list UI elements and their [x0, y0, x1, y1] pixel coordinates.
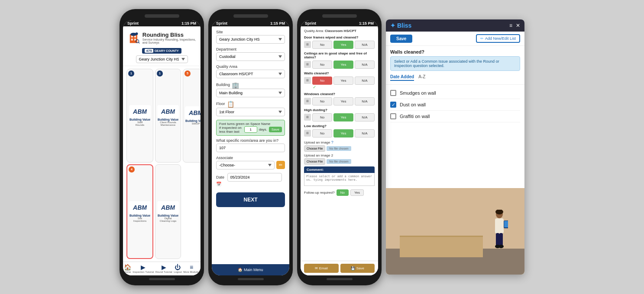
main-menu-button[interactable]: 🏠 Main Menu — [212, 264, 289, 275]
phone-2-notch — [233, 14, 268, 18]
green-hint-box: Font turns green on Space Name if inspec… — [216, 120, 285, 136]
date-field: Date 📅 — [216, 173, 285, 186]
add-new-edit-button[interactable]: ✏ Add New/Edit List — [476, 34, 520, 43]
calendar-icon[interactable]: 📅 — [216, 182, 221, 186]
tile-swop[interactable]: 5 ABM Building Value SWOP — [183, 69, 201, 163]
q6-grid-icon[interactable]: ⊞ — [304, 130, 311, 137]
quality-area-select[interactable]: Classroom HS/CPT — [216, 70, 285, 78]
phone-3-bottom-bar — [327, 278, 353, 280]
upload-help-icon[interactable]: ? — [331, 140, 333, 144]
room-input[interactable] — [216, 144, 285, 152]
save-button-p3[interactable]: 💾 Save — [340, 264, 375, 273]
site-label: Site — [216, 30, 285, 34]
svg-point-6 — [136, 32, 138, 35]
logo-sub: Service Industry Rounding, Inspections, … — [142, 38, 196, 44]
menu-lines-icon[interactable]: ≡ — [509, 22, 512, 29]
panel-save-button[interactable]: Save — [390, 35, 412, 43]
q1-na-btn[interactable]: N/A — [355, 41, 375, 49]
building-select[interactable]: Main Building — [216, 89, 285, 97]
pencil-icon: ✏ — [480, 36, 484, 41]
location-dropdown[interactable]: Geary Junction City HS — [136, 55, 188, 63]
q5-grid-icon[interactable]: ⊞ — [304, 114, 311, 121]
q1-grid-icon[interactable]: ⊞ — [304, 41, 311, 48]
nav-home[interactable]: 🏠 Home — [124, 264, 131, 273]
choose-file-btn-1[interactable]: Choose File — [304, 145, 325, 152]
q4-yes-btn[interactable]: Yes — [333, 97, 353, 105]
q1-no-btn[interactable]: No — [312, 41, 332, 49]
email-icon: ✉ — [315, 266, 318, 270]
date-input[interactable] — [227, 173, 282, 182]
nav-round-tutorial[interactable]: ▶ Round Tutorial — [155, 264, 172, 273]
floor-select[interactable]: 1st Floor — [216, 108, 285, 116]
q3-yes-btn[interactable]: Yes — [333, 77, 353, 85]
associate-field: Associate -Choose- ✏ — [216, 156, 285, 169]
checkbox-smudges[interactable] — [390, 90, 396, 96]
site-field: Site Geary Junction City HS — [216, 30, 285, 44]
tile-badge-3: 5 — [184, 70, 191, 77]
sort-tab-date-added[interactable]: Date Added — [390, 74, 414, 81]
tile-client-rounds[interactable]: 1 ABM Building Value Client Rounds Maint… — [155, 69, 181, 163]
checkbox-graffiti[interactable] — [390, 113, 396, 119]
phone-1-bottom-bar — [149, 278, 175, 280]
q6-yes-btn[interactable]: Yes — [333, 129, 353, 137]
q1-yes-btn[interactable]: Yes — [333, 41, 353, 49]
q2-grid-icon[interactable]: ⊞ — [304, 61, 311, 68]
email-button[interactable]: ✉ Email — [304, 264, 339, 273]
site-select[interactable]: Geary Junction City HS — [216, 35, 285, 44]
nav-inspection-tutorial[interactable]: ▶ Inspection Tutorial — [133, 264, 154, 273]
next-button[interactable]: NEXT — [216, 192, 285, 207]
walls-checkmark: ✓ — [313, 85, 375, 89]
upload-section-2: Upload an image 2 Choose File No file ch… — [304, 153, 375, 165]
q2-na-btn[interactable]: N/A — [355, 61, 375, 69]
q3-na-btn[interactable]: N/A — [355, 77, 375, 85]
nav-logout[interactable]: ⏻ Logout — [174, 264, 181, 273]
q2-no-btn[interactable]: No — [312, 61, 332, 69]
q2-yes-btn[interactable]: Yes — [333, 61, 353, 69]
phone-2-status-bar: Sprint 1:15 PM — [212, 20, 289, 26]
q3-no-btn[interactable]: No — [312, 77, 332, 85]
question-door-frames: Door frames wiped and cleaned? ⊞ No Yes … — [304, 35, 375, 49]
choose-file-btn-2[interactable]: Choose File — [304, 158, 325, 165]
quality-area-label: Quality Area — [216, 64, 285, 69]
tile-staff-rounds[interactable]: 1 ABM Building Value Staff Rounds — [126, 69, 153, 163]
department-select[interactable]: Custodial — [216, 52, 285, 61]
phone-1-notch — [145, 14, 179, 18]
q5-na-btn[interactable]: N/A — [355, 113, 375, 121]
q6-no-btn[interactable]: No — [312, 129, 332, 137]
close-icon[interactable]: ✕ — [516, 22, 520, 29]
time-1: 1:15 PM — [181, 21, 196, 26]
tile-digital-logs[interactable]: ABM Building Value Digital Cleaning Logs — [155, 164, 181, 259]
q5-no-btn[interactable]: No — [312, 113, 332, 121]
checkbox-dust[interactable]: ✓ — [390, 102, 396, 108]
tile-badge-2: 1 — [157, 70, 163, 77]
power-icon: ⏻ — [175, 264, 181, 270]
followup-yes-btn[interactable]: Yes — [350, 189, 364, 196]
play-icon-1: ▶ — [141, 264, 146, 270]
days-save-button[interactable]: Save — [269, 127, 282, 132]
comment-label: Comment: — [304, 166, 375, 173]
building-label: Building — [216, 83, 230, 87]
days-input[interactable] — [244, 126, 257, 133]
q6-na-btn[interactable]: N/A — [355, 129, 375, 137]
comment-textarea[interactable] — [304, 173, 375, 186]
associate-select[interactable]: -Choose- — [216, 161, 275, 169]
associate-edit-button[interactable]: ✏ — [276, 161, 285, 169]
q5-yes-btn[interactable]: Yes — [333, 113, 353, 121]
file-status-1: No file chosen — [327, 146, 351, 151]
photo-area — [386, 188, 524, 275]
question-windows: Windows cleaned? ⊞ No Yes N/A — [304, 92, 375, 105]
floor-field: Floor 📋 1st Floor — [216, 101, 285, 116]
nav-more-modules[interactable]: ≡ More Modules — [183, 264, 200, 273]
sort-tab-az[interactable]: A-Z — [418, 74, 425, 81]
upload-label-1: Upload an image ? — [304, 140, 375, 144]
q3-grid-icon[interactable]: ⊞ — [304, 77, 311, 84]
q4-na-btn[interactable]: N/A — [355, 97, 375, 105]
time-2: 1:15 PM — [270, 21, 285, 26]
tile-site-inspections[interactable]: 4 ABM Building Value Site Inspections — [126, 164, 153, 259]
q4-no-btn[interactable]: No — [312, 97, 332, 105]
followup-label: Follow-up required? — [304, 191, 335, 195]
followup-no-btn[interactable]: No — [337, 189, 349, 196]
floor-label: Floor — [216, 102, 225, 106]
carrier-2: Sprint — [216, 21, 227, 26]
q4-grid-icon[interactable]: ⊞ — [304, 98, 311, 105]
